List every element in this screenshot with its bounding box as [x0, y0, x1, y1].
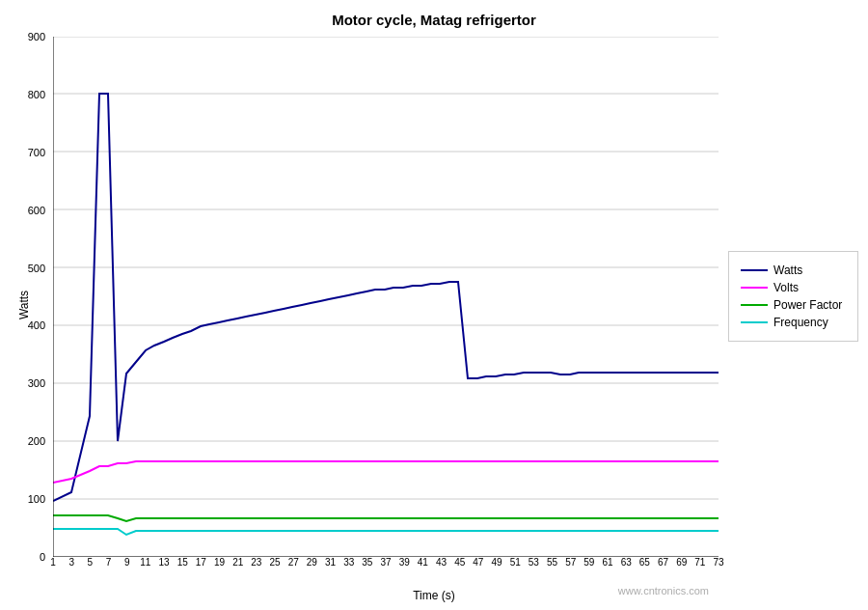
x-tick-57: 57	[565, 557, 576, 568]
x-tick-33: 33	[343, 557, 354, 568]
legend-label-watts: Watts	[773, 263, 802, 277]
y-tick-600: 600	[28, 205, 45, 216]
legend-line-watts	[741, 269, 768, 271]
y-tick-500: 500	[28, 263, 45, 274]
volts-line	[53, 461, 719, 483]
x-tick-9: 9	[124, 557, 130, 568]
powerfactor-line	[53, 515, 719, 521]
x-ticks: 1 3 5 7 9 11 13 15 17 19 21 23 25 27 29 …	[53, 557, 719, 576]
x-tick-65: 65	[639, 557, 650, 568]
x-tick-3: 3	[68, 557, 74, 568]
watts-line	[53, 94, 719, 501]
watermark: www.cntronics.com	[618, 585, 709, 596]
y-tick-900: 900	[28, 31, 45, 42]
y-tick-200: 200	[28, 435, 45, 447]
x-tick-55: 55	[547, 557, 557, 568]
x-tick-25: 25	[269, 557, 280, 568]
x-tick-29: 29	[307, 557, 317, 568]
x-tick-47: 47	[473, 557, 483, 568]
legend-label-frequency: Frequency	[773, 316, 828, 329]
x-tick-35: 35	[362, 557, 372, 568]
x-tick-43: 43	[436, 557, 447, 568]
y-tick-100: 100	[28, 493, 45, 505]
x-tick-1: 1	[50, 557, 56, 568]
x-tick-41: 41	[418, 557, 428, 568]
x-tick-73: 73	[713, 557, 723, 568]
legend-item-volts: Volts	[741, 281, 846, 294]
chart-title: Motor cycle, Matag refrigertor	[0, 0, 868, 28]
x-tick-23: 23	[251, 557, 261, 568]
chart-container: Motor cycle, Matag refrigertor Watts Tim…	[0, 0, 868, 610]
x-tick-49: 49	[491, 557, 502, 568]
x-tick-15: 15	[177, 557, 188, 568]
x-tick-21: 21	[232, 557, 243, 568]
legend-item-frequency: Frequency	[741, 316, 846, 329]
legend-item-powerfactor: Power Factor	[741, 298, 846, 312]
y-tick-400: 400	[28, 319, 45, 331]
legend-line-frequency	[741, 321, 768, 323]
x-tick-67: 67	[658, 557, 668, 568]
legend-item-watts: Watts	[741, 263, 846, 277]
x-tick-39: 39	[399, 557, 410, 568]
x-tick-27: 27	[288, 557, 299, 568]
x-tick-71: 71	[694, 557, 705, 568]
y-tick-0: 0	[40, 551, 45, 563]
x-tick-37: 37	[380, 557, 391, 568]
x-tick-45: 45	[454, 557, 465, 568]
x-tick-7: 7	[106, 557, 112, 568]
y-tick-800: 800	[28, 89, 45, 100]
legend-line-powerfactor	[741, 304, 768, 306]
x-tick-17: 17	[196, 557, 206, 568]
frequency-line	[53, 529, 719, 535]
legend-label-powerfactor: Power Factor	[773, 298, 842, 312]
x-tick-59: 59	[583, 557, 594, 568]
x-tick-53: 53	[529, 557, 539, 568]
legend-label-volts: Volts	[773, 281, 799, 294]
x-tick-61: 61	[602, 557, 612, 568]
x-tick-11: 11	[140, 557, 150, 568]
chart-svg	[53, 37, 719, 557]
y-tick-300: 300	[28, 377, 45, 389]
x-tick-5: 5	[88, 557, 94, 568]
x-tick-51: 51	[510, 557, 521, 568]
x-tick-31: 31	[325, 557, 336, 568]
legend-line-volts	[741, 287, 768, 289]
y-ticks: 900 800 700 600 500 400 300 200 100 0	[0, 37, 50, 557]
x-tick-63: 63	[621, 557, 632, 568]
x-tick-19: 19	[214, 557, 225, 568]
x-tick-13: 13	[158, 557, 169, 568]
chart-legend: Watts Volts Power Factor Frequency	[728, 251, 858, 342]
y-tick-700: 700	[28, 147, 45, 158]
x-axis-label: Time (s)	[413, 589, 455, 602]
x-tick-69: 69	[676, 557, 687, 568]
